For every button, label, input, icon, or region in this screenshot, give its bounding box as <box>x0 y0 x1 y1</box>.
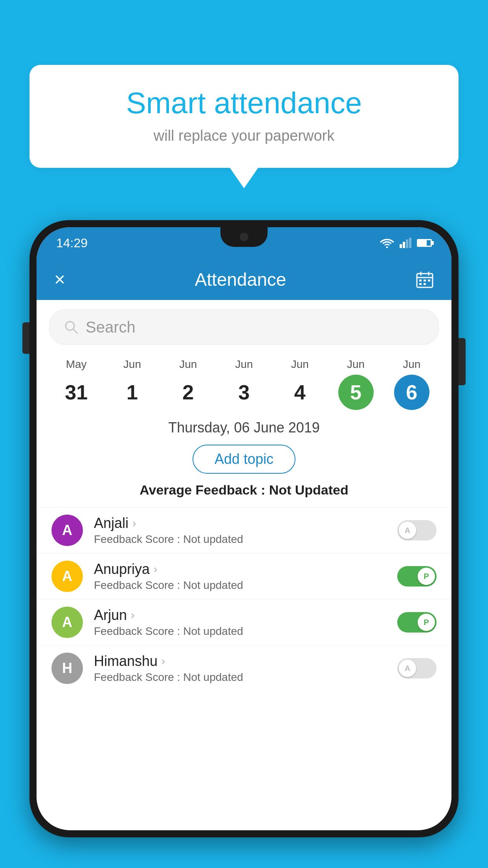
cal-month-label: Jun <box>291 358 309 371</box>
student-name-text: Arjun <box>94 607 127 623</box>
signal-icon <box>400 238 411 248</box>
student-item[interactable]: AArjun›Feedback Score : Not updatedP <box>37 599 451 645</box>
student-info: Arjun›Feedback Score : Not updated <box>94 607 386 638</box>
calendar-day[interactable]: May31 <box>48 358 104 410</box>
score-label: Feedback Score : <box>94 533 180 545</box>
search-icon <box>64 320 79 335</box>
student-name: Himanshu› <box>94 653 386 669</box>
avg-feedback-label: Average Feedback : <box>139 482 265 497</box>
svg-rect-10 <box>424 280 426 281</box>
phone-outer: 14:29 <box>29 220 459 837</box>
calendar-day[interactable]: Jun2 <box>160 358 216 410</box>
student-name-text: Himanshu <box>94 653 158 669</box>
cal-date-label: 31 <box>59 375 94 410</box>
student-name: Arjun› <box>94 607 386 623</box>
student-info: Himanshu›Feedback Score : Not updated <box>94 653 386 684</box>
cal-date-label: 3 <box>226 375 262 410</box>
student-item[interactable]: AAnupriya›Feedback Score : Not updatedP <box>37 553 451 599</box>
calendar-day[interactable]: Jun4 <box>272 358 328 410</box>
student-name-text: Anjali <box>94 515 128 531</box>
toggle-knob: P <box>418 568 435 585</box>
student-list: AAnjali›Feedback Score : Not updatedAAAn… <box>37 507 451 691</box>
svg-rect-9 <box>419 280 422 281</box>
cal-month-label: Jun <box>235 358 253 371</box>
student-avatar: A <box>51 515 83 546</box>
app-header: × Attendance <box>37 259 451 300</box>
speech-bubble: Smart attendance will replace your paper… <box>29 65 459 168</box>
search-placeholder: Search <box>86 318 136 336</box>
svg-rect-13 <box>424 283 426 285</box>
score-label: Feedback Score : <box>94 579 180 591</box>
toggle-knob: P <box>418 614 435 631</box>
bubble-title: Smart attendance <box>53 86 435 120</box>
score-value: Not updated <box>183 671 243 683</box>
attendance-toggle[interactable]: P <box>397 566 437 587</box>
score-value: Not updated <box>183 625 243 637</box>
student-score: Feedback Score : Not updated <box>94 533 386 546</box>
svg-rect-3 <box>406 239 408 248</box>
cal-date-label: 5 <box>338 375 374 410</box>
calendar-day[interactable]: Jun5 <box>328 358 383 410</box>
battery-icon <box>417 239 432 247</box>
svg-rect-2 <box>403 242 405 248</box>
calendar-day[interactable]: Jun3 <box>216 358 272 410</box>
student-avatar: A <box>51 561 83 592</box>
attendance-toggle[interactable]: P <box>397 612 437 633</box>
student-info: Anupriya›Feedback Score : Not updated <box>94 561 386 592</box>
cal-date-label: 4 <box>282 375 317 410</box>
calendar-day[interactable]: Jun6 <box>384 358 440 410</box>
score-value: Not updated <box>183 579 243 591</box>
svg-rect-11 <box>428 280 430 281</box>
avg-feedback-value: Not Updated <box>269 482 349 497</box>
cal-month-label: May <box>66 358 87 371</box>
calendar-icon[interactable] <box>416 270 434 289</box>
svg-rect-4 <box>409 238 411 248</box>
student-avatar: H <box>51 653 83 684</box>
score-value: Not updated <box>183 533 243 545</box>
status-icons <box>380 238 432 248</box>
cal-month-label: Jun <box>347 358 365 371</box>
score-label: Feedback Score : <box>94 671 180 683</box>
close-button[interactable]: × <box>54 270 65 289</box>
toggle-knob: A <box>399 522 416 539</box>
student-name: Anjali› <box>94 515 386 531</box>
cal-date-label: 6 <box>394 375 429 410</box>
page-title: Attendance <box>195 269 286 290</box>
cal-month-label: Jun <box>123 358 141 371</box>
add-topic-button[interactable]: Add topic <box>193 445 295 474</box>
status-time: 14:29 <box>56 236 88 250</box>
attendance-toggle[interactable]: A <box>397 520 437 541</box>
selected-date-label: Thursday, 06 June 2019 <box>37 416 451 442</box>
student-score: Feedback Score : Not updated <box>94 625 386 638</box>
svg-point-0 <box>386 246 388 248</box>
attendance-toggle[interactable]: A <box>397 658 437 679</box>
search-bar[interactable]: Search <box>49 309 439 345</box>
cal-date-label: 1 <box>114 375 150 410</box>
camera <box>240 233 248 241</box>
student-info: Anjali›Feedback Score : Not updated <box>94 515 386 546</box>
calendar-day[interactable]: Jun1 <box>104 358 160 410</box>
chevron-icon: › <box>161 655 165 668</box>
cal-month-label: Jun <box>403 358 420 371</box>
student-avatar: A <box>51 607 83 638</box>
bubble-subtitle: will replace your paperwork <box>53 127 435 144</box>
chevron-icon: › <box>154 563 157 576</box>
calendar-strip: May31Jun1Jun2Jun3Jun4Jun5Jun6 <box>37 354 451 416</box>
chevron-icon: › <box>132 517 136 530</box>
student-item[interactable]: HHimanshu›Feedback Score : Not updatedA <box>37 645 451 691</box>
score-label: Feedback Score : <box>94 625 180 637</box>
phone-mockup: 14:29 <box>29 220 459 868</box>
toggle-knob: A <box>399 660 416 677</box>
student-name-text: Anupriya <box>94 561 150 577</box>
svg-rect-12 <box>419 283 422 285</box>
status-bar: 14:29 <box>37 227 451 259</box>
cal-month-label: Jun <box>179 358 197 371</box>
student-item[interactable]: AAnjali›Feedback Score : Not updatedA <box>37 507 451 553</box>
student-score: Feedback Score : Not updated <box>94 671 386 684</box>
phone-inner: 14:29 <box>37 227 451 830</box>
svg-line-15 <box>73 329 77 333</box>
chevron-icon: › <box>131 609 134 622</box>
cal-date-label: 2 <box>171 375 206 410</box>
student-name: Anupriya› <box>94 561 386 577</box>
student-score: Feedback Score : Not updated <box>94 579 386 592</box>
